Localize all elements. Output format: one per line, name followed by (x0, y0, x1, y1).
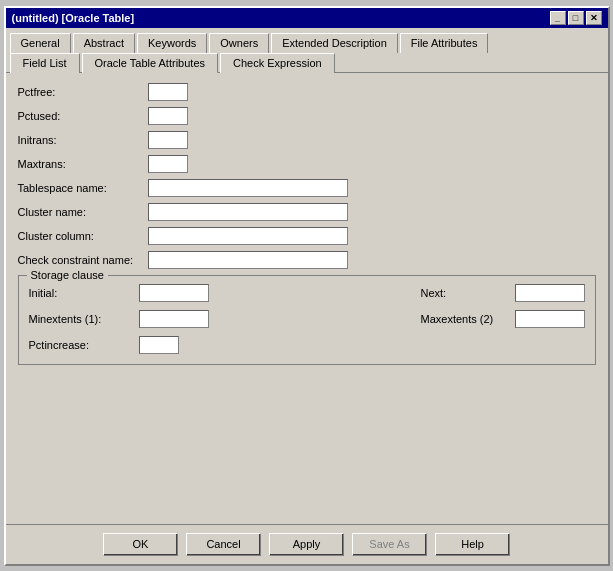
next-group: Next: (421, 284, 585, 302)
tab-file-attributes[interactable]: File Attributes (400, 33, 489, 53)
close-button[interactable]: ✕ (586, 11, 602, 25)
storage-clause-group: Storage clause Initial: Next: Minextents… (18, 275, 596, 365)
tab-extended-description[interactable]: Extended Description (271, 33, 398, 53)
pctincrease-label: Pctincrease: (29, 339, 139, 351)
initial-label: Initial: (29, 287, 139, 299)
cancel-button[interactable]: Cancel (186, 533, 261, 556)
tab-abstract[interactable]: Abstract (73, 33, 135, 53)
pctused-row: Pctused: (18, 107, 596, 125)
pctfree-row: Pctfree: (18, 83, 596, 101)
pctused-input[interactable] (148, 107, 188, 125)
minextents-maxextents-row: Minextents (1): Maxextents (2) (29, 310, 585, 328)
next-label: Next: (421, 287, 511, 299)
pctfree-input[interactable] (148, 83, 188, 101)
tab-field-list[interactable]: Field List (10, 53, 80, 73)
tab-oracle-table-attributes[interactable]: Oracle Table Attributes (82, 53, 218, 73)
cluster-column-label: Cluster column: (18, 230, 148, 242)
tab-keywords[interactable]: Keywords (137, 33, 207, 53)
pctfree-label: Pctfree: (18, 86, 148, 98)
tab-row-2: Field List Oracle Table Attributes Check… (6, 52, 608, 73)
button-bar: OK Cancel Apply Save As Help (6, 524, 608, 564)
tab-check-expression[interactable]: Check Expression (220, 53, 335, 73)
maxextents-label: Maxextents (2) (421, 313, 511, 325)
tablespace-name-row: Tablespace name: (18, 179, 596, 197)
check-constraint-name-row: Check constraint name: (18, 251, 596, 269)
window-title: (untitled) [Oracle Table] (12, 12, 135, 24)
ok-button[interactable]: OK (103, 533, 178, 556)
maxtrans-label: Maxtrans: (18, 158, 148, 170)
initial-next-row: Initial: Next: (29, 284, 585, 302)
initrans-input[interactable] (148, 131, 188, 149)
maxextents-group: Maxextents (2) (421, 310, 585, 328)
cluster-column-input[interactable] (148, 227, 348, 245)
cluster-column-row: Cluster column: (18, 227, 596, 245)
minextents-label: Minextents (1): (29, 313, 139, 325)
check-constraint-name-input[interactable] (148, 251, 348, 269)
tablespace-name-label: Tablespace name: (18, 182, 148, 194)
initrans-row: Initrans: (18, 131, 596, 149)
help-button[interactable]: Help (435, 533, 510, 556)
content-area: Pctfree: Pctused: Initrans: Maxtrans: Ta… (6, 73, 608, 524)
initial-input[interactable] (139, 284, 209, 302)
storage-clause-legend: Storage clause (27, 269, 108, 281)
cluster-name-row: Cluster name: (18, 203, 596, 221)
maximize-button[interactable]: □ (568, 11, 584, 25)
pctused-label: Pctused: (18, 110, 148, 122)
pctincrease-row: Pctincrease: (29, 336, 585, 354)
maxtrans-row: Maxtrans: (18, 155, 596, 173)
initrans-label: Initrans: (18, 134, 148, 146)
maxextents-input[interactable] (515, 310, 585, 328)
cluster-name-input[interactable] (148, 203, 348, 221)
minimize-button[interactable]: _ (550, 11, 566, 25)
tab-general[interactable]: General (10, 33, 71, 53)
tab-row-1: General Abstract Keywords Owners Extende… (6, 28, 608, 52)
tab-owners[interactable]: Owners (209, 33, 269, 53)
cluster-name-label: Cluster name: (18, 206, 148, 218)
apply-button[interactable]: Apply (269, 533, 344, 556)
main-window: (untitled) [Oracle Table] _ □ ✕ General … (4, 6, 610, 566)
next-input[interactable] (515, 284, 585, 302)
title-bar: (untitled) [Oracle Table] _ □ ✕ (6, 8, 608, 28)
maxtrans-input[interactable] (148, 155, 188, 173)
save-as-button[interactable]: Save As (352, 533, 427, 556)
tablespace-name-input[interactable] (148, 179, 348, 197)
pctincrease-input[interactable] (139, 336, 179, 354)
minextents-input[interactable] (139, 310, 209, 328)
title-bar-buttons: _ □ ✕ (550, 11, 602, 25)
check-constraint-name-label: Check constraint name: (18, 254, 148, 266)
